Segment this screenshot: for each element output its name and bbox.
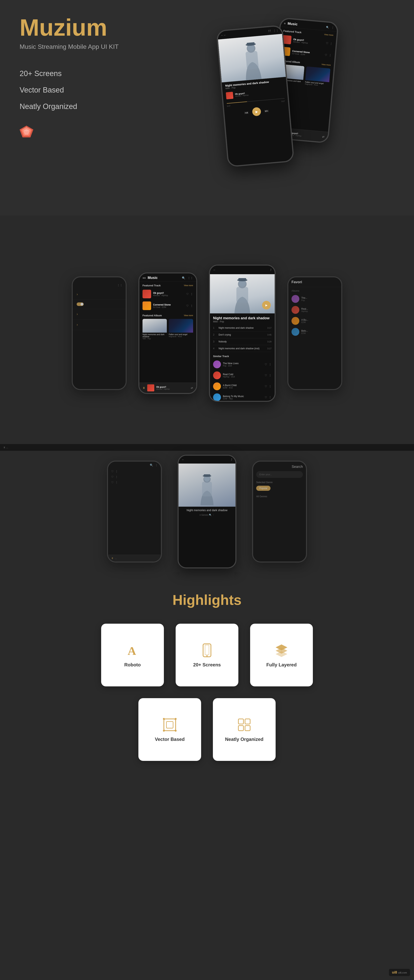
search-partial[interactable]: 🔍 [150,463,153,467]
more-2[interactable]: ⋮ [190,304,193,307]
back-detail[interactable]: ← [182,458,185,461]
sim-heart-1[interactable]: ♡ [264,363,267,366]
album-card-3[interactable]: Night memories and dark shadow Milin · P… [143,319,167,340]
sim-thumb-3 [213,382,221,390]
ad-info: Night memories and dark shadow Milin · P… [210,313,275,325]
ad-person-svg [231,276,254,313]
popular-chip[interactable]: Popular [256,486,271,491]
player-detail-svg [197,471,217,507]
tmeta-1: 40miles · HipHop [153,294,184,296]
similar-4[interactable]: Belong To My Music EDM · Hfps ♡ ⋮ [210,392,275,402]
share-icon-2[interactable]: ⤴ [270,268,271,272]
ad-play-btn[interactable]: ▶ [262,301,271,310]
sim-heart-3[interactable]: ♡ [264,385,267,388]
ad-track-1[interactable]: 1 Night memories and dark shadow 3:17 [213,325,271,331]
more-icon-1[interactable] [330,42,333,45]
share-icon[interactable]: ⤴ [268,29,271,33]
heart-partial-1[interactable]: ♡ [111,470,114,473]
atitle-4: Fallen soul and angel [169,333,193,336]
vm-album-2[interactable]: View more [184,314,193,317]
album-card-2[interactable]: Fallen soul and angel Ragnarok · Rock [305,67,331,89]
sidebar-more-icon[interactable]: ⋮ [117,283,123,287]
track-img-2 [143,301,151,310]
similar-header: Similar Track [210,352,275,359]
ad-track-4[interactable]: 4 Night memories and dark shadow (inst) … [213,345,271,352]
sim-heart-2[interactable]: ♡ [264,374,267,377]
view-more-track[interactable]: View more [324,33,333,36]
toggle-switch[interactable] [76,302,84,306]
vm-track-2[interactable]: View more [184,285,193,286]
ad-track-3[interactable]: 3 Nobody 3:29 [213,338,271,345]
options-icon[interactable]: ⋮ [273,29,279,32]
similar-1[interactable]: The Nine Lives Pop · 3/24 ♡ ⋮ [210,359,275,370]
back-icon-2[interactable]: ← [213,268,216,272]
np-bar-2[interactable]: ⏸ Ok guys!! 40miles · HipHop ⇄ [139,383,196,393]
fav-track-3[interactable]: A Bu... EDM [288,315,341,326]
tname-2: Cornered Stone [153,304,184,306]
search-icon-2[interactable]: 🔍 [182,276,185,280]
person-svg [239,40,266,81]
shuffle-btn-2[interactable]: ⇄ [191,386,193,390]
highlight-label-vector: Vector Based [155,737,185,742]
menu-icon-2[interactable]: ≡ [143,276,146,280]
search-input-field[interactable]: Enter your... [256,471,303,478]
track-row-1[interactable]: Ok guys!! 40miles · HipHop ♡ ⋮ [139,288,196,300]
fast-forward-icon[interactable]: ⏭ [264,108,269,113]
rewind-icon[interactable]: ⏮ [244,110,248,115]
album-card-4[interactable]: Fallen soul and angel Ragnarok · Rock [169,319,193,340]
search-screen: Search Enter your... Selected Genre Popu… [253,461,306,562]
heart-1[interactable]: ♡ [186,293,189,296]
more-icon-3[interactable]: ⋮ [188,276,193,280]
progress-fill [227,102,247,104]
heart-partial-2[interactable]: ♡ [111,475,114,479]
sim-more-2[interactable]: ⋮ [269,374,271,377]
control-buttons: ⏮ ▶ ⏭ [244,106,269,117]
ad-header: ← ⤴ [210,266,275,274]
grid-icon [236,717,252,733]
heart-2[interactable]: ♡ [186,304,189,307]
sim-heart-4[interactable]: ♡ [264,396,267,399]
search-header-icon[interactable]: Search [292,465,303,469]
svg-rect-26 [164,719,176,731]
track-row-2[interactable]: Cornered Stone DJ Goal · EDM ♡ ⋮ [139,300,196,312]
sidebar-item-2[interactable]: › [73,309,126,320]
svg-rect-27 [166,721,173,728]
sim-more-1[interactable]: ⋮ [269,363,271,366]
np-icon-partial[interactable]: ⏸ [111,557,113,560]
similar-2[interactable]: Real Cold HipHop · 3/14 ♡ ⋮ [210,370,275,381]
sim-more-4[interactable]: ⋮ [269,396,271,399]
more-partial-2[interactable]: ⋮ [115,475,118,479]
shuffle-icon[interactable]: ⇄ [322,135,325,138]
heart-icon-1[interactable] [326,41,328,45]
more-partial-3[interactable]: ⋮ [115,481,118,484]
more-partial-1[interactable]: ⋮ [115,470,118,473]
sidebar-item-3[interactable]: › [73,320,126,330]
mobile-icon [199,643,215,658]
more-partial[interactable]: ⋮ [155,463,158,467]
share-detail[interactable]: ⤴ [231,458,232,461]
svg-text:A: A [127,644,136,657]
sim-more-3[interactable]: ⋮ [269,385,271,388]
ad-track-2[interactable]: 2 Don't crying 3:45 [213,331,271,338]
pause-btn-2[interactable]: ⏸ [143,386,145,390]
more-icon-2[interactable] [329,54,332,57]
similar-3[interactable]: A Burnt Child EDM · 4/15 ♡ ⋮ [210,381,275,392]
sidebar-item-1[interactable]: › [73,289,126,300]
np-partial-title: ... [115,557,117,559]
sim-thumb-2 [213,371,221,379]
phones-row3: 🔍 ⋮ ♡ ⋮ ♡ ⋮ ♡ ⋮ ⏸ ... [0,451,414,572]
back-icon[interactable]: ← [221,33,226,37]
ad-title: Night memories and dark shadow [213,316,271,320]
view-more-album[interactable]: View more [322,63,331,66]
search-phone: Search Enter your... Selected Genre Popu… [252,461,307,563]
heart-icon-2[interactable] [325,53,327,57]
ft-label-2: Featured Track [143,284,161,287]
fav-track-1[interactable]: The... Pop [288,293,341,304]
chevron-icon-2: › [76,312,78,316]
play-button[interactable]: ▶ [252,107,261,116]
more-1[interactable]: ⋮ [190,293,193,296]
layers-icon [274,643,289,658]
heart-partial-3[interactable]: ♡ [111,481,114,484]
fav-track-2[interactable]: Real... HipHop [288,304,341,315]
fav-track-4[interactable]: Belo... EDM [288,326,341,337]
